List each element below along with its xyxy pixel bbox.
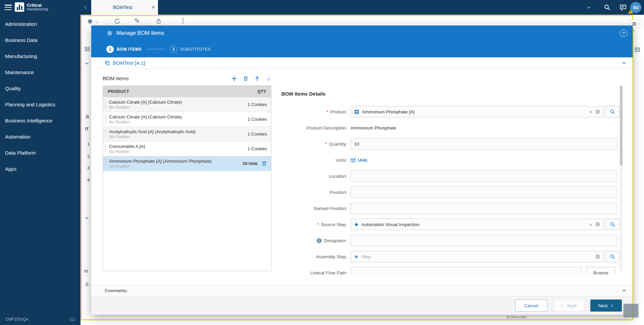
back-button[interactable]: Back (553, 300, 584, 312)
sidebar-item-business-data[interactable]: Business Data (0, 32, 80, 48)
drag-handle-icon[interactable] (105, 145, 106, 153)
row-qty: 1 Cookies (248, 102, 267, 107)
sidebar-item-automation[interactable]: Automation (0, 128, 80, 145)
add-row-button[interactable] (231, 76, 237, 82)
dialog-title: Manage BOM Items (116, 30, 164, 36)
step-substitutes[interactable]: 2 SUBSTITUTES (170, 46, 211, 53)
sidebar-item-apps[interactable]: Apps (0, 161, 80, 177)
row-qty: 1 Cookies (248, 146, 267, 151)
refresh-icon[interactable] (114, 18, 120, 24)
bg-fragment: s (633, 28, 635, 32)
table-row[interactable]: Calcium Citrate [A] (Calcium Citrate) No… (103, 97, 271, 112)
sidebar-item-maintenance[interactable]: Maintenance (0, 64, 80, 80)
row-position: No Position (109, 149, 248, 154)
tab-bomtest[interactable]: BOMTest × (91, 0, 158, 15)
clear-icon[interactable]: × (589, 222, 592, 227)
tabs-dropdown-icon[interactable] (587, 5, 591, 10)
step-icon (354, 255, 359, 259)
location-input[interactable] (351, 170, 618, 182)
required-marker: * (317, 222, 319, 227)
step-label: SUBSTITUTES (180, 47, 211, 52)
tab-title: BOMTest (91, 5, 149, 10)
records-count: (0 Records) (506, 315, 527, 319)
cancel-button[interactable]: Cancel (515, 300, 547, 312)
scrollbar-thumb[interactable] (620, 86, 623, 165)
list-title: BOM Items (103, 75, 129, 82)
search-icon[interactable] (604, 4, 610, 11)
pick-from-list-icon[interactable] (595, 109, 600, 114)
new-icon[interactable]: ✱ (87, 17, 93, 25)
edit-icon[interactable]: ✎ (134, 17, 140, 25)
sidebar-item-manufacturing[interactable]: Manufacturing (0, 48, 80, 64)
chevron-down-icon (638, 22, 640, 25)
info-icon[interactable] (316, 238, 322, 243)
product-search-button[interactable] (606, 106, 619, 117)
new-dropdown-icon[interactable] (95, 21, 98, 24)
position-label: Position: (330, 190, 347, 195)
drag-handle-icon[interactable] (105, 130, 106, 139)
more-options-icon[interactable]: ⋮ (180, 17, 186, 24)
drag-handle-icon[interactable] (105, 159, 106, 168)
bg-fragment: IT (85, 127, 89, 131)
position-input[interactable] (351, 186, 618, 198)
clear-icon[interactable]: × (589, 109, 592, 114)
row-product: Consumable A [A] (109, 144, 248, 149)
user-avatar[interactable]: SU (630, 2, 641, 13)
source-step-search-button[interactable] (606, 219, 619, 230)
sidebar-item-business-intelligence[interactable]: Business Intelligence (0, 112, 80, 128)
delete-row-icon[interactable] (261, 161, 267, 166)
menu-toggle-button[interactable] (5, 5, 12, 10)
quantity-input[interactable] (351, 138, 618, 150)
designator-input[interactable] (351, 235, 618, 246)
sidebar-item-administration[interactable]: Administration (0, 16, 80, 32)
row-product: Ammonium Phosphate [A] (Ammonium Phospha… (109, 158, 243, 164)
table-row[interactable]: Calcium Citrate [A] (Calcium Citrate) No… (103, 112, 271, 127)
assembly-step-field[interactable]: Step (351, 251, 604, 262)
table-row-selected[interactable]: Ammonium Phosphate [A] (Ammonium Phospha… (103, 156, 271, 171)
step-icon (354, 222, 359, 227)
table-icon[interactable] (635, 47, 640, 52)
assembly-step-row: Assembly Step: Step (278, 249, 619, 265)
move-down-button[interactable] (266, 76, 271, 82)
move-up-button[interactable] (254, 76, 260, 82)
sidebar-item-quality[interactable]: Quality (0, 80, 80, 96)
sidebar-item-data-platform[interactable]: Data Platform (0, 145, 80, 161)
table-row[interactable]: Consumable A [A] No Position 1 Cookies (103, 142, 271, 156)
drag-handle-icon[interactable] (105, 115, 106, 124)
step-bom-items[interactable]: 1 BOM ITEMS (106, 46, 142, 53)
lock-icon[interactable] (156, 18, 162, 24)
table-icon[interactable] (85, 46, 90, 52)
column-qty: QTY (257, 89, 266, 94)
source-step-field[interactable]: Automation Visual Inspection × (351, 219, 604, 230)
content-area: ✱ ✎ ⋮ B IT 1 2 3 4 In E s (0 Records) Ma… (80, 15, 644, 325)
sidebar-item-planning-logistics[interactable]: Planning and Logistics (0, 96, 80, 112)
logical-flow-path-field[interactable] (351, 267, 582, 274)
product-field[interactable]: Ammonium Phosphate [A] × (351, 106, 604, 117)
quantity-label: Quantity: (329, 142, 347, 147)
help-button[interactable]: ? (620, 30, 627, 37)
row-qty: 10 Unit. (243, 161, 258, 166)
row-position: No Position (109, 120, 248, 125)
messages-icon[interactable] (620, 4, 627, 11)
collapse-icon[interactable] (85, 216, 89, 220)
gray-overlay-square (624, 304, 638, 317)
context-bar[interactable]: BOMTest [A.1] (91, 57, 633, 69)
table-row[interactable]: Acetylsalicylic Acid [A] (Acetylsalicyli… (103, 127, 271, 142)
drag-handle-icon[interactable] (105, 100, 106, 109)
delete-rows-button[interactable] (243, 76, 249, 82)
assembly-step-search-button[interactable] (606, 251, 619, 262)
comments-section-header[interactable]: Comments: (91, 285, 633, 296)
pick-from-list-icon[interactable] (595, 254, 600, 259)
pick-from-list-icon[interactable] (595, 222, 600, 227)
top-bar: Critical manufacturing BOMTest × SU (0, 0, 644, 15)
collapse-icon[interactable] (85, 61, 89, 66)
tab-scroll-left-icon[interactable] (83, 5, 88, 10)
units-link[interactable]: Unit. (351, 158, 368, 163)
context-collapse-icon[interactable] (622, 60, 627, 65)
named-position-input[interactable] (351, 203, 618, 214)
details-scrollbar[interactable] (620, 86, 623, 271)
tab-close-icon[interactable]: × (149, 4, 158, 10)
comments-collapse-icon[interactable] (622, 288, 627, 293)
next-button[interactable]: Next (590, 300, 622, 312)
browse-button[interactable]: Browse (586, 267, 615, 274)
